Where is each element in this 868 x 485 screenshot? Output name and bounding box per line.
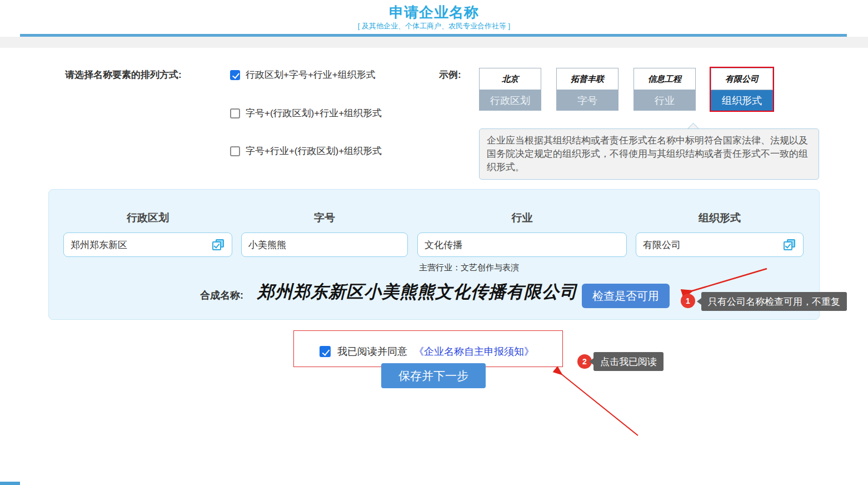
save-next-button[interactable]: 保存并下一步 bbox=[381, 363, 486, 388]
orgform-input-value: 有限公司 bbox=[643, 239, 783, 251]
annotation-tooltip-1: 只有公司名称检查可用，不重复 bbox=[701, 292, 847, 311]
composed-name-value: 郑州郑东新区小美熊熊文化传播有限公司 bbox=[257, 280, 577, 304]
arrangement-option-3-label: 字号+行业+(行政区划)+组织形式 bbox=[246, 145, 382, 157]
main-industry-note: 主营行业：文艺创作与表演 bbox=[419, 263, 519, 273]
annotation-badge-1: 1 bbox=[681, 294, 695, 308]
arrangement-option-2-label: 字号+(行政区划)+行业+组织形式 bbox=[246, 107, 382, 120]
tradename-input-value: 小美熊熊 bbox=[248, 239, 401, 251]
info-tooltip: 企业应当根据其组织结构或者责任形式在名称中标明符合国家法律、法规以及国务院决定规… bbox=[479, 128, 819, 180]
annotation-tooltip-2: 点击我已阅读 bbox=[593, 352, 664, 371]
arrangement-option-2[interactable]: 字号+(行政区划)+行业+组织形式 bbox=[230, 107, 382, 120]
region-input-value: 郑州郑东新区 bbox=[71, 239, 212, 251]
industry-input[interactable]: 文化传播 bbox=[417, 232, 627, 257]
field-label-region: 行政区划 bbox=[63, 211, 232, 225]
field-label-orgform: 组织形式 bbox=[636, 211, 804, 225]
example-card-region-category: 行政区划 bbox=[479, 90, 541, 111]
footer-chip bbox=[0, 482, 20, 485]
example-card-orgform-name: 有限公司 bbox=[711, 68, 773, 90]
field-label-tradename: 字号 bbox=[241, 211, 408, 225]
example-card-industry-name: 信息工程 bbox=[633, 68, 696, 90]
agreement-checkbox[interactable] bbox=[320, 346, 331, 357]
example-card-tradename-name: 拓普丰联 bbox=[556, 68, 618, 90]
agreement-row: 我已阅读并同意 《企业名称自主申报须知》 bbox=[320, 345, 534, 358]
example-card-orgform-highlighted: 有限公司 组织形式 bbox=[711, 68, 773, 111]
orgform-picker-icon[interactable] bbox=[783, 238, 796, 251]
example-card-tradename-category: 字号 bbox=[556, 90, 618, 111]
arrangement-label: 请选择名称要素的排列方式: bbox=[65, 68, 182, 81]
arrangement-option-1-label: 行政区划+字号+行业+组织形式 bbox=[246, 68, 376, 81]
composed-name-label: 合成名称: bbox=[200, 289, 243, 302]
example-cards: 北京 行政区划 拓普丰联 字号 信息工程 行业 有限公司 组织形式 bbox=[479, 68, 773, 111]
agreement-text: 我已阅读并同意 bbox=[337, 345, 407, 358]
arrow-to-agreement-box bbox=[557, 370, 638, 435]
name-application-page: 申请企业名称 [ 及其他企业、个体工商户、农民专业合作社等 ] 请选择名称要素的… bbox=[0, 0, 868, 485]
field-label-industry: 行业 bbox=[417, 211, 627, 225]
example-card-industry: 信息工程 行业 bbox=[633, 68, 696, 111]
page-subtitle: [ 及其他企业、个体工商户、农民专业合作社等 ] bbox=[0, 21, 868, 31]
example-card-orgform-category: 组织形式 bbox=[711, 90, 773, 111]
example-card-region-name: 北京 bbox=[479, 68, 541, 90]
checkbox-unchecked-icon[interactable] bbox=[230, 146, 240, 156]
header-band bbox=[0, 37, 868, 48]
region-input[interactable]: 郑州郑东新区 bbox=[63, 232, 232, 257]
orgform-input[interactable]: 有限公司 bbox=[636, 232, 804, 257]
page-title: 申请企业名称 bbox=[0, 3, 868, 22]
tradename-input[interactable]: 小美熊熊 bbox=[241, 232, 408, 257]
region-picker-icon[interactable] bbox=[212, 238, 225, 251]
agreement-notice-link[interactable]: 《企业名称自主申报须知》 bbox=[414, 345, 534, 358]
arrangement-option-3[interactable]: 字号+行业+(行政区划)+组织形式 bbox=[230, 145, 382, 157]
checkbox-checked-icon[interactable] bbox=[230, 70, 240, 80]
example-card-industry-category: 行业 bbox=[633, 90, 696, 111]
example-label: 示例: bbox=[439, 68, 461, 81]
check-availability-button[interactable]: 检查是否可用 bbox=[582, 284, 670, 308]
checkbox-unchecked-icon[interactable] bbox=[230, 108, 240, 118]
industry-input-value: 文化传播 bbox=[425, 239, 620, 251]
example-card-tradename: 拓普丰联 字号 bbox=[556, 68, 618, 111]
example-card-region: 北京 行政区划 bbox=[479, 68, 541, 111]
arrangement-option-1[interactable]: 行政区划+字号+行业+组织形式 bbox=[230, 68, 376, 81]
